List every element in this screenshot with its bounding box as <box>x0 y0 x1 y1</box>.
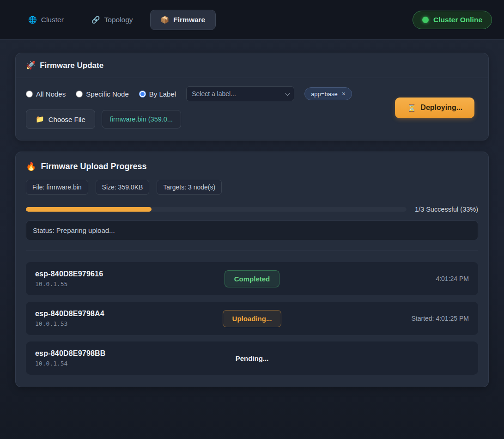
radio-input-all-nodes[interactable] <box>26 91 33 98</box>
node-ip: 10.0.1.53 <box>35 320 223 327</box>
node-status-text: Pending... <box>236 354 269 362</box>
upload-progress-inner: 🔥 Firmware Upload Progress File: firmwar… <box>16 152 488 387</box>
cluster-status-label: Cluster Online <box>433 16 482 24</box>
node-info: esp-840D8E979616 10.0.1.55 <box>35 270 225 287</box>
node-name: esp-840D8E979616 <box>35 270 225 278</box>
upload-meta-row: File: firmware.bin Size: 359.0KB Targets… <box>26 180 478 195</box>
firmware-update-card-header: 🚀 Firmware Update <box>16 53 488 78</box>
node-time: Started: 4:01:25 PM <box>281 315 469 322</box>
node-row: esp-840D8E979616 10.0.1.55 Completed 4:0… <box>26 262 478 295</box>
target-select-row: All Nodes Specific Node By Label Select … <box>26 86 395 101</box>
meta-size: Size: 359.0KB <box>96 180 150 195</box>
radio-all-nodes[interactable]: All Nodes <box>26 90 66 98</box>
upload-progress-header: 🔥 Firmware Upload Progress <box>26 161 478 171</box>
folder-icon: 📁 <box>36 115 44 123</box>
node-name: esp-840D8E9798BB <box>35 349 236 358</box>
choose-file-label: Choose File <box>49 116 85 123</box>
nav-item-firmware-label: Firmware <box>173 16 205 24</box>
node-ip: 10.0.1.54 <box>35 360 236 367</box>
fire-icon: 🔥 <box>26 161 36 171</box>
chevron-down-icon <box>285 91 290 96</box>
radio-specific-node-label: Specific Node <box>86 90 129 98</box>
firmware-update-title: Firmware Update <box>40 61 103 70</box>
progress-bar <box>26 207 407 212</box>
firmware-update-card: 🚀 Firmware Update All Nodes Specific Nod… <box>15 53 489 140</box>
progress-row: 1/3 Successful (33%) <box>26 206 478 213</box>
node-status-badge: Completed <box>225 270 280 287</box>
nav-item-topology-label: Topology <box>104 16 133 24</box>
hourglass-icon: ⏳ <box>407 104 416 112</box>
cluster-status-badge: Cluster Online <box>413 11 492 29</box>
label-select[interactable]: Select a label... <box>186 86 294 101</box>
deploy-button[interactable]: ⏳ Deploying... <box>395 98 474 118</box>
node-info: esp-840D8E9798A4 10.0.1.53 <box>35 310 223 327</box>
label-select-value: Select a label... <box>192 90 236 98</box>
meta-targets: Targets: 3 node(s) <box>157 180 222 195</box>
nav-item-firmware[interactable]: 📦 Firmware <box>150 10 216 30</box>
green-dot-icon <box>422 17 429 23</box>
nav-item-cluster-label: Cluster <box>41 16 64 24</box>
node-status-badge: Uploading... <box>223 310 282 327</box>
radio-input-by-label[interactable] <box>139 91 146 98</box>
nav-tabs: 🌐 Cluster 🔗 Topology 📦 Firmware <box>12 10 216 30</box>
upload-status-box: Status: Preparing upload... <box>26 220 478 240</box>
divider <box>26 250 478 251</box>
choose-file-button[interactable]: 📁 Choose File <box>26 110 95 129</box>
main-content: 🚀 Firmware Update All Nodes Specific Nod… <box>15 40 489 387</box>
firmware-update-form: All Nodes Specific Node By Label Select … <box>26 86 395 129</box>
node-ip: 10.0.1.55 <box>35 280 225 287</box>
top-nav: 🌐 Cluster 🔗 Topology 📦 Firmware Cluster … <box>0 0 504 40</box>
radio-specific-node[interactable]: Specific Node <box>76 90 129 98</box>
firmware-update-body: All Nodes Specific Node By Label Select … <box>16 78 488 140</box>
file-buttons-row: 📁 Choose File firmware.bin (359.0... <box>26 110 395 129</box>
link-icon: 🔗 <box>91 16 100 23</box>
radio-by-label[interactable]: By Label <box>139 90 176 98</box>
deploy-button-label: Deploying... <box>420 104 462 112</box>
upload-progress-title: Firmware Upload Progress <box>41 162 146 171</box>
package-icon: 📦 <box>161 16 170 23</box>
progress-fill <box>26 207 152 212</box>
rocket-icon: 🚀 <box>26 61 36 70</box>
label-tag-text: app=base <box>311 91 337 98</box>
node-row: esp-840D8E9798BB 10.0.1.54 Pending... <box>26 341 478 375</box>
node-time: 4:01:24 PM <box>279 275 469 282</box>
nav-item-topology[interactable]: 🔗 Topology <box>81 10 144 30</box>
label-tag-remove-button[interactable]: × <box>342 90 346 98</box>
radio-input-specific-node[interactable] <box>76 91 83 98</box>
nav-item-cluster[interactable]: 🌐 Cluster <box>18 10 74 30</box>
progress-label: 1/3 Successful (33%) <box>415 206 478 213</box>
meta-file: File: firmware.bin <box>26 180 88 195</box>
radio-all-nodes-label: All Nodes <box>36 90 66 98</box>
selected-file-button[interactable]: firmware.bin (359.0... <box>102 110 181 128</box>
radio-by-label-label: By Label <box>149 90 176 98</box>
label-tag: app=base × <box>304 87 352 100</box>
node-name: esp-840D8E9798A4 <box>35 310 223 318</box>
upload-progress-card: 🔥 Firmware Upload Progress File: firmwar… <box>15 152 489 387</box>
globe-icon: 🌐 <box>28 16 37 23</box>
node-info: esp-840D8E9798BB 10.0.1.54 <box>35 349 236 367</box>
node-row: esp-840D8E9798A4 10.0.1.53 Uploading... … <box>26 302 478 335</box>
